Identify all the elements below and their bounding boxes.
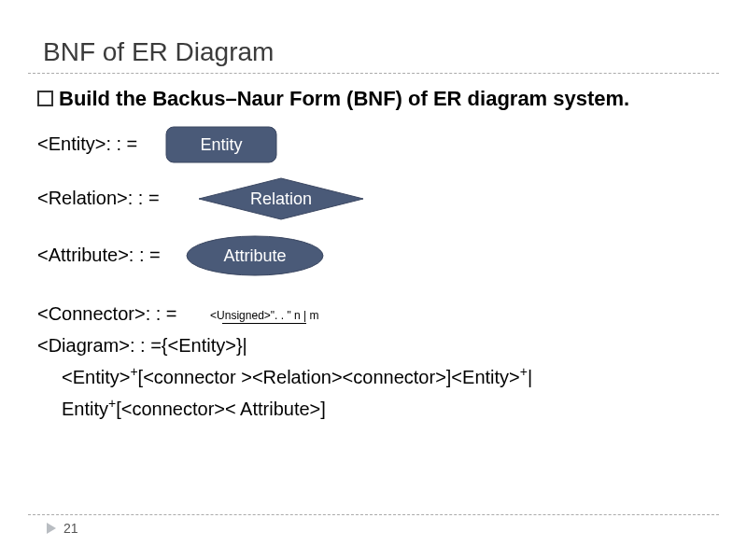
sup-plus-icon: +	[108, 396, 116, 411]
diagram-rule: <Diagram>: : ={<Entity>}|	[37, 329, 719, 361]
nonterminal-relation: <Relation>: : =	[37, 188, 160, 209]
attr-chain-a: Entity	[62, 399, 108, 419]
attr-chain-b: [<connector>< Attribute>]	[116, 399, 326, 419]
rule-attribute: <Attribute>: : = Attribute	[37, 234, 719, 277]
nonterminal-entity: <Entity>: : =	[37, 133, 137, 155]
entity-shape-icon: Entity	[165, 126, 277, 163]
connector-label: <Unsigned>". . " n | m	[210, 306, 318, 325]
entity-chain-a: <Entity>	[62, 367, 130, 387]
title-divider	[28, 73, 719, 74]
nonterminal-attribute: <Attribute>: : =	[37, 245, 161, 266]
connector-rule: <Connector>: : = <Unsigned>". . " n | m	[37, 298, 719, 329]
square-bullet-icon	[37, 91, 53, 106]
nonterminal-connector: <Connector>: : =	[37, 303, 177, 324]
attribute-shape-icon: Attribute	[185, 234, 325, 277]
attribute-shape-label: Attribute	[223, 246, 286, 265]
intro-line: Build the Backus–Naur Form (BNF) of ER d…	[37, 85, 719, 113]
slide-title: BNF of ER Diagram	[43, 37, 719, 67]
intro-text: Build the Backus–Naur Form (BNF) of ER d…	[59, 87, 629, 110]
relation-shape-icon: Relation	[197, 176, 365, 221]
page-number: 21	[63, 521, 78, 536]
relation-shape-label: Relation	[250, 189, 312, 208]
entity-chain-rule: <Entity>+[<connector ><Relation><connect…	[62, 361, 719, 393]
sup-plus-icon: +	[130, 364, 137, 379]
sup-plus-icon: +	[520, 364, 528, 379]
slide: BNF of ER Diagram Build the Backus–Naur …	[0, 0, 747, 560]
footer: 21	[28, 514, 719, 536]
entity-shape-label: Entity	[201, 135, 243, 154]
rule-entity: <Entity>: : = Entity	[37, 126, 719, 163]
attribute-chain-rule: Entity+[<connector>< Attribute>]	[62, 393, 719, 425]
entity-chain-c: |	[528, 367, 532, 387]
entity-chain-b: [<connector ><Relation><connector>]<Enti…	[138, 367, 520, 387]
rule-relation: <Relation>: : = Relation	[37, 176, 719, 221]
footer-divider	[28, 514, 719, 515]
footer-arrow-icon	[47, 523, 56, 534]
connector-diagram-icon: <Unsigned>". . " n | m	[210, 306, 318, 324]
grammar-block: <Connector>: : = <Unsigned>". . " n | m …	[37, 298, 719, 425]
footer-row: 21	[47, 521, 719, 536]
